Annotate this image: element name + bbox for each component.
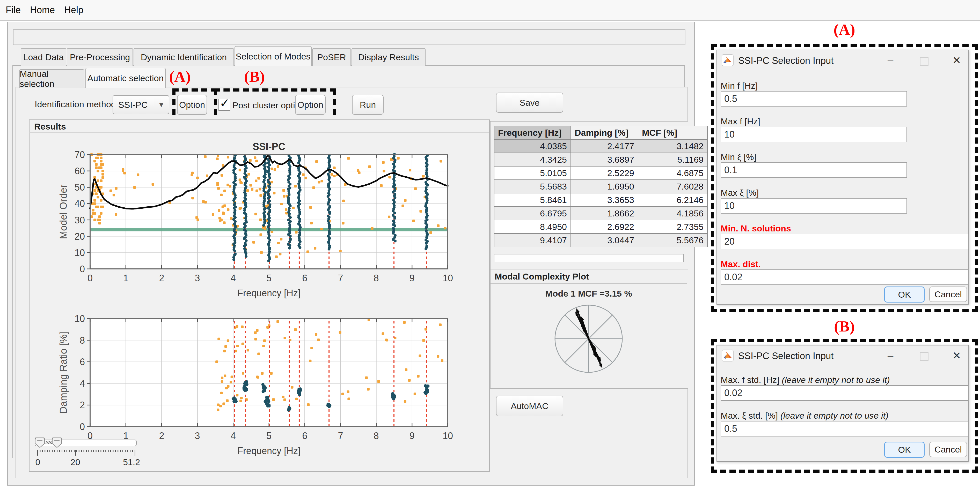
svg-text:10: 10 xyxy=(75,313,85,324)
tab-pre-processing[interactable]: Pre-Processing xyxy=(67,48,133,66)
table-cell[interactable]: 3.6897 xyxy=(571,153,638,166)
svg-text:40: 40 xyxy=(75,198,85,209)
table-cell[interactable]: 5.5683 xyxy=(494,180,571,193)
mcf-mode-subtitle: Mode 1 MCF =3.15 % xyxy=(490,289,687,299)
table-cell[interactable]: 2.5229 xyxy=(571,166,638,180)
ok-button[interactable]: OK xyxy=(884,442,924,458)
svg-text:0: 0 xyxy=(80,422,85,432)
identification-method-dropdown[interactable]: SSI-PC ▼ xyxy=(113,95,169,114)
tab-poser[interactable]: PoSER xyxy=(312,48,351,66)
table-row[interactable]: 9.41073.04475.5676 xyxy=(494,233,708,247)
table-header-0[interactable]: Frequency [Hz] xyxy=(494,126,571,140)
svg-text:3: 3 xyxy=(195,273,200,284)
table-row[interactable]: 4.03852.41773.1482 xyxy=(494,140,708,153)
subtab-automatic-selection[interactable]: Automatic selection xyxy=(86,68,165,88)
table-header-1[interactable]: Damping [%] xyxy=(571,126,638,140)
field-input-2[interactable]: 0.1 xyxy=(721,162,907,178)
field-input-1[interactable]: 0.5 xyxy=(721,421,969,436)
table-cell[interactable]: 2.7355 xyxy=(638,220,708,233)
svg-text:5: 5 xyxy=(266,273,272,284)
svg-text:4: 4 xyxy=(80,378,85,389)
svg-text:2: 2 xyxy=(159,273,164,284)
field-input-4[interactable]: 20 xyxy=(721,234,969,249)
dialog-title: SSI-PC Selection Input xyxy=(738,56,834,66)
svg-text:2: 2 xyxy=(80,400,85,410)
modes-table[interactable]: Frequency [Hz]Damping [%]MCF [%]4.03852.… xyxy=(494,126,708,247)
table-row[interactable]: 5.84613.36536.2146 xyxy=(494,193,708,206)
option-a-button[interactable]: Option xyxy=(177,95,207,115)
option-b-button[interactable]: Option xyxy=(295,95,326,115)
table-cell[interactable]: 1.6950 xyxy=(571,180,638,193)
svg-text:0: 0 xyxy=(80,264,85,274)
table-cell[interactable]: 5.8461 xyxy=(494,193,571,206)
table-row[interactable]: 4.34253.68975.1169 xyxy=(494,153,708,166)
cancel-button[interactable]: Cancel xyxy=(929,442,967,457)
minimize-button[interactable]: – xyxy=(883,350,898,361)
tab-load-data[interactable]: Load Data xyxy=(21,48,66,66)
table-header-2[interactable]: MCF [%] xyxy=(638,126,708,140)
svg-text:70: 70 xyxy=(75,149,85,160)
table-cell[interactable]: 4.6875 xyxy=(638,166,708,180)
field-input-1[interactable]: 10 xyxy=(721,127,907,142)
table-cell[interactable]: 2.6922 xyxy=(571,220,638,233)
tab-dynamic-identification[interactable]: Dynamic Identification xyxy=(134,48,234,66)
maximize-button[interactable] xyxy=(916,56,932,68)
table-cell[interactable]: 3.3653 xyxy=(571,193,638,206)
table-cell[interactable]: 1.8662 xyxy=(571,206,638,220)
minimize-button[interactable]: – xyxy=(883,54,898,66)
table-cell[interactable]: 3.0447 xyxy=(571,233,638,247)
matlab-icon xyxy=(722,350,733,362)
field-input-3[interactable]: 10 xyxy=(721,198,907,214)
table-cell[interactable]: 5.5676 xyxy=(638,233,708,247)
menu-item-home[interactable]: Home xyxy=(30,5,55,16)
table-cell[interactable]: 6.2146 xyxy=(638,193,708,206)
menu-bar: FileHomeHelp xyxy=(0,0,980,21)
cancel-button[interactable]: Cancel xyxy=(929,287,967,302)
subtab-manual-selection[interactable]: Manual selection xyxy=(19,69,84,88)
table-row[interactable]: 6.67951.86624.1856 xyxy=(494,206,708,220)
matlab-icon xyxy=(722,54,733,66)
table-row[interactable]: 5.01052.52294.6875 xyxy=(494,166,708,180)
ok-button[interactable]: OK xyxy=(884,287,924,303)
table-row[interactable]: 8.49502.69222.7355 xyxy=(494,220,708,233)
chevron-down-icon: ▼ xyxy=(158,101,165,109)
field-input-0[interactable]: 0.02 xyxy=(721,385,969,401)
table-cell[interactable]: 6.6795 xyxy=(494,206,571,220)
table-cell[interactable]: 9.4107 xyxy=(494,233,571,247)
save-button[interactable]: Save xyxy=(496,93,563,113)
menu-item-file[interactable]: File xyxy=(6,5,21,16)
tab-selection-of-modes[interactable]: Selection of Modes xyxy=(234,46,312,66)
maximize-button[interactable] xyxy=(916,352,932,363)
close-button[interactable]: ✕ xyxy=(949,54,964,66)
field-label-3: Max ξ [%] xyxy=(721,188,759,198)
annotation-a-dialog: (A) xyxy=(826,21,862,38)
menu-item-help[interactable]: Help xyxy=(64,5,83,16)
automac-button[interactable]: AutoMAC xyxy=(496,396,563,416)
table-cell[interactable]: 2.4177 xyxy=(571,140,638,153)
table-cell[interactable]: 5.0105 xyxy=(494,166,571,180)
table-row[interactable]: 5.56831.69507.6028 xyxy=(494,180,708,193)
table-cell[interactable]: 4.0385 xyxy=(494,140,571,153)
ssi-pc-selection-dialog-a: SSI-PC Selection Input–✕Min f [Hz]0.5Max… xyxy=(716,50,969,304)
svg-text:6: 6 xyxy=(302,431,307,441)
slider-label-min: 0 xyxy=(35,457,40,467)
run-button[interactable]: Run xyxy=(352,95,383,115)
table-cell[interactable]: 8.4950 xyxy=(494,220,571,233)
field-input-5[interactable]: 0.02 xyxy=(721,270,969,285)
post-cluster-checkbox[interactable]: ✓ xyxy=(218,99,231,111)
field-label-5: Max. dist. xyxy=(721,259,761,269)
slider-ruler xyxy=(37,450,141,457)
svg-text:1: 1 xyxy=(123,273,128,284)
table-cell[interactable]: 5.1169 xyxy=(638,153,708,166)
close-button[interactable]: ✕ xyxy=(949,350,964,362)
tab-display-results[interactable]: Display Results xyxy=(352,48,426,66)
table-cell[interactable]: 3.1482 xyxy=(638,140,708,153)
results-title: Results xyxy=(34,122,489,132)
annotation-b-main: (B) xyxy=(240,68,269,86)
table-cell[interactable]: 4.3425 xyxy=(494,153,571,166)
table-horizontal-scrollbar[interactable] xyxy=(494,254,684,262)
field-input-0[interactable]: 0.5 xyxy=(721,91,907,106)
table-cell[interactable]: 4.1856 xyxy=(638,206,708,220)
table-cell[interactable]: 7.6028 xyxy=(638,180,708,193)
svg-text:6: 6 xyxy=(302,273,307,284)
